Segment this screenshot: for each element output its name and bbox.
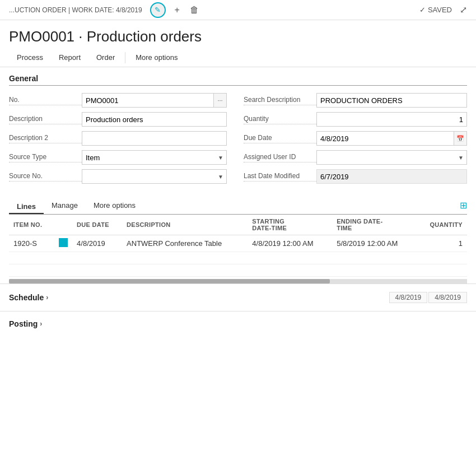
table-row-empty-1 xyxy=(9,252,467,264)
field-no: ··· xyxy=(82,93,227,108)
select-source-type[interactable]: Item xyxy=(82,150,227,165)
top-bar: ...UCTION ORDER | WORK DATE: 4/8/2019 ✎ … xyxy=(0,0,476,20)
color-indicator xyxy=(59,238,68,247)
schedule-label: Schedule xyxy=(9,293,44,302)
edit-button[interactable]: ✎ xyxy=(150,2,166,18)
input-due-date[interactable] xyxy=(316,131,454,146)
horizontal-scrollbar[interactable] xyxy=(9,279,467,283)
due-date-calendar-button[interactable]: 📅 xyxy=(454,131,467,146)
tab-lines-more-options[interactable]: More options xyxy=(86,199,143,212)
select-source-no[interactable] xyxy=(82,169,227,184)
field-row-no: No. ··· xyxy=(9,92,227,108)
top-bar-left: ...UCTION ORDER | WORK DATE: 4/8/2019 ✎ … xyxy=(9,2,200,18)
breadcrumb: ...UCTION ORDER | WORK DATE: 4/8/2019 xyxy=(9,6,142,14)
cell-color xyxy=(54,235,72,252)
tab-more-options[interactable]: More options xyxy=(128,49,185,67)
schedule-section[interactable]: Schedule › 4/8/2019 4/8/2019 xyxy=(0,283,476,311)
tab-manage[interactable]: Manage xyxy=(44,199,86,212)
col-header-due-date: DUE DATE xyxy=(72,215,122,235)
cell-description: ANTWERP Conference Table xyxy=(122,235,248,252)
posting-chevron-icon: › xyxy=(40,320,42,328)
table-row-empty-2 xyxy=(9,264,467,277)
input-quantity[interactable] xyxy=(316,112,467,127)
field-assigned-user: ▼ xyxy=(316,150,467,165)
label-source-no: Source No. xyxy=(9,172,82,182)
scrollbar-thumb xyxy=(9,279,330,283)
schedule-title: Schedule › xyxy=(9,293,48,302)
col-header-color xyxy=(54,215,72,235)
table-row[interactable]: 1920-S 4/8/2019 ANTWERP Conference Table… xyxy=(9,235,467,252)
field-source-no: ▼ xyxy=(82,169,227,184)
tab-lines[interactable]: Lines xyxy=(9,200,44,214)
tab-report[interactable]: Report xyxy=(51,49,88,67)
lines-tabs: Lines Manage More options xyxy=(9,199,143,212)
field-row-source-type: Source Type Item ▼ xyxy=(9,150,227,165)
delete-icon: 🗑 xyxy=(190,5,199,15)
add-button[interactable]: + xyxy=(174,4,181,16)
cell-quantity: 1 xyxy=(417,235,467,252)
col-header-starting: STARTINGDATE-TIME xyxy=(248,215,332,235)
field-row-quantity: Quantity xyxy=(244,111,467,127)
field-row-last-modified: Last Date Modified xyxy=(244,169,467,184)
nav-tabs: Process Report Order More options xyxy=(0,49,476,67)
field-row-assigned-user: Assigned User ID ▼ xyxy=(244,150,467,165)
col-header-item-no: ITEM NO. xyxy=(9,215,54,235)
label-description2: Description 2 xyxy=(9,134,82,143)
col-header-ending: ENDING DATE-TIME xyxy=(332,215,417,235)
label-search-desc: Search Description xyxy=(244,96,316,105)
label-description: Description xyxy=(9,115,82,124)
schedule-chevron-icon: › xyxy=(46,294,48,301)
posting-label: Posting xyxy=(9,319,38,328)
label-quantity: Quantity xyxy=(244,115,316,124)
input-description2[interactable] xyxy=(82,131,227,146)
posting-title: Posting › xyxy=(9,319,42,328)
cell-due-date: 4/8/2019 xyxy=(72,235,122,252)
field-due-date: 📅 xyxy=(316,131,467,146)
input-search-desc[interactable] xyxy=(316,93,467,108)
general-title: General xyxy=(9,74,467,86)
edit-icon: ✎ xyxy=(155,6,161,14)
label-no: No. xyxy=(9,96,82,105)
form-col-left: No. ··· Description Description 2 xyxy=(9,92,238,185)
top-bar-right: ✓ SAVED ⤢ xyxy=(419,4,467,15)
schedule-dates: 4/8/2019 4/8/2019 xyxy=(389,292,467,303)
cell-ending: 5/8/2019 12:00 AM xyxy=(332,235,417,252)
select-assigned-user[interactable] xyxy=(316,150,467,165)
schedule-date-1: 4/8/2019 xyxy=(389,292,428,303)
general-section: General No. ··· Description Descrip xyxy=(0,67,476,185)
field-row-description2: Description 2 xyxy=(9,131,227,146)
schedule-date-2: 4/8/2019 xyxy=(428,292,467,303)
no-lookup-button[interactable]: ··· xyxy=(213,93,227,108)
general-form-grid: No. ··· Description Description 2 xyxy=(9,92,467,185)
label-source-type: Source Type xyxy=(9,153,82,162)
field-row-description: Description xyxy=(9,111,227,127)
lines-section: Lines Manage More options ⊞ ITEM NO. DUE… xyxy=(0,190,476,283)
label-assigned-user: Assigned User ID xyxy=(244,153,316,162)
saved-label: ✓ SAVED xyxy=(419,6,452,14)
field-description xyxy=(82,112,227,127)
input-no[interactable] xyxy=(82,93,213,108)
tab-process[interactable]: Process xyxy=(9,49,51,67)
delete-button[interactable]: 🗑 xyxy=(189,4,200,16)
field-description2 xyxy=(82,131,227,146)
field-search-desc xyxy=(316,93,467,108)
add-icon: + xyxy=(175,5,180,15)
lines-expand-icon[interactable]: ⊞ xyxy=(460,200,467,211)
posting-section[interactable]: Posting › xyxy=(0,311,476,336)
form-col-right: Search Description Quantity Due Date 📅 xyxy=(238,92,467,185)
tab-order[interactable]: Order xyxy=(88,49,123,67)
col-header-description: DESCRIPTION xyxy=(122,215,248,235)
expand-button[interactable]: ⤢ xyxy=(460,4,467,15)
col-header-quantity: QUANTITY xyxy=(417,215,467,235)
cell-item-no: 1920-S xyxy=(9,235,54,252)
field-row-source-no: Source No. ▼ xyxy=(9,169,227,184)
page-title: PMO0001 · Production orders xyxy=(0,20,476,49)
field-last-modified xyxy=(316,169,467,184)
label-due-date: Due Date xyxy=(244,134,316,143)
input-last-modified xyxy=(316,169,467,184)
lines-header: Lines Manage More options ⊞ xyxy=(9,199,467,215)
field-row-search-desc: Search Description xyxy=(244,92,467,108)
cell-starting: 4/8/2019 12:00 AM xyxy=(248,235,332,252)
input-description[interactable] xyxy=(82,112,227,127)
field-row-due-date: Due Date 📅 xyxy=(244,131,467,146)
